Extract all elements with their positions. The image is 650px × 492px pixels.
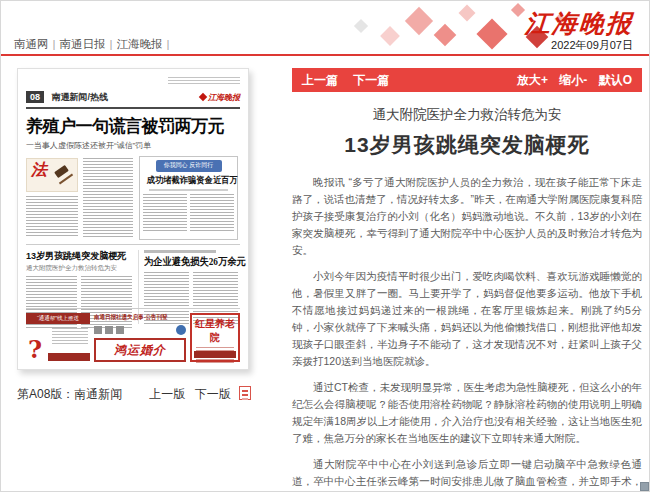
law-gavel-image: 法 <box>26 158 78 192</box>
thumb-lead-subhead: 一当事人虚假陈述还被开“诚信”罚单 <box>26 140 240 151</box>
thumb-top-band: 法 你我同心 反诈同行 成功堵截诈骗资金近百万 <box>26 156 240 240</box>
fake-text-line <box>144 250 216 253</box>
masthead-logo: 江海晚报 <box>524 7 634 40</box>
thumb-boxed-article: 你我同心 反诈同行 成功堵截诈骗资金近百万 <box>139 156 238 240</box>
nav-link-nantongribao[interactable]: 南通日报 <box>60 38 106 50</box>
anti-fraud-badge: 你我同心 反诈同行 <box>156 160 222 172</box>
site-header: 南通网|南通日报|江海晚报| 江海晚报 2022年09月07日 <box>1 1 649 56</box>
scroll-corner-widget[interactable] <box>640 482 649 491</box>
fake-text-columns <box>143 194 234 232</box>
fake-text-line <box>149 189 228 191</box>
next-page-link[interactable]: 下一版 <box>195 387 231 401</box>
prev-page-link[interactable]: 上一版 <box>149 387 185 401</box>
nav-separator: | <box>53 38 56 50</box>
article-paragraph: 通大附院卒中中心在小刘送到急诊后立即一键启动脑卒中急救绿色通道，卒中中心主任张云… <box>292 456 642 492</box>
article-paragraph: 小刘今年因为疫情平时很少出门，爱吃肉喝饮料、喜欢玩游戏睡懒觉的他，暑假里又胖了一… <box>292 268 642 370</box>
fake-text-column <box>26 196 78 238</box>
badge-logo-icon <box>176 325 186 335</box>
decoration-square <box>511 3 525 17</box>
sidebar: 08 南通新闻/热线 江海晚报 养殖户一句谎言被罚两万元 一当事人虚假陈述还被开… <box>17 68 251 403</box>
qr-code-icon <box>94 326 102 334</box>
thumb-fine-print <box>168 77 240 84</box>
newspaper-page-thumbnail[interactable]: 08 南通新闻/热线 江海晚报 养殖户一句谎言被罚两万元 一当事人虚假陈述还被开… <box>17 68 249 370</box>
prev-article-link[interactable]: 上一篇 <box>302 73 338 87</box>
fake-text-column <box>190 194 234 232</box>
nav-separator: | <box>110 38 113 50</box>
ad-hongyun-title: 鸿运婚介 <box>114 342 166 359</box>
page: 南通网|南通日报|江海晚报| 江海晚报 2022年09月07日 08 南通新闻/… <box>0 0 650 492</box>
qr-code-icon <box>105 326 113 334</box>
thumb-section-label: 南通新闻/热线 <box>51 92 108 102</box>
ad-tongtongbang-title: “通通帮”线上推送 <box>26 313 90 324</box>
ad-tongtongbang: “通通帮”线上推送 ? <box>26 313 90 362</box>
decoration-square <box>405 7 433 35</box>
ad-notice: 南通日报社遗失启事·公告刊登 <box>94 313 186 335</box>
decoration-square <box>459 5 476 22</box>
masthead-flag-icon <box>199 93 207 101</box>
thumb-article3-title: 为企业避免损失26万余元 <box>144 255 227 269</box>
thumb-article2-title: 13岁男孩跳绳突发脑梗死 <box>26 250 127 263</box>
nav-separator: | <box>167 38 170 50</box>
ad-hongyun: 鸿运婚介 <box>94 338 186 362</box>
fake-text-column <box>52 328 88 346</box>
article-paragraph: 晚报讯 “多亏了通大附院医护人员的全力救治，现在孩子能正常下床走路了，说话也清楚… <box>292 174 642 259</box>
page-pager: 上一版 下一版 <box>143 386 251 403</box>
article-subtitle: 通大附院医护全力救治转危为安 <box>292 106 642 124</box>
decoration-square <box>354 19 368 33</box>
thumb-page-header: 08 南通新闻/热线 江海晚报 <box>26 77 240 109</box>
ad-middle-column: 南通日报社遗失启事·公告刊登 鸿运婚介 <box>94 313 186 362</box>
article-panel: 上一篇 下一篇 放大+ 缩小- 默认O 通大附院医护全力救治转危为安 13岁男孩… <box>292 68 642 492</box>
decoration-square <box>380 26 400 46</box>
qr-code-row <box>94 325 186 335</box>
question-mark-graphic: ? <box>28 338 42 362</box>
law-character: 法 <box>31 160 47 181</box>
article-body: 晚报讯 “多亏了通大附院医护人员的全力救治，现在孩子能正常下床走路了，说话也清楚… <box>292 174 642 492</box>
fake-text-column <box>83 158 133 238</box>
thumb-lead-headline: 养殖户一句谎言被罚两万元 <box>26 114 234 138</box>
ad-notice-title: 南通日报社遗失启事·公告刊登 <box>94 313 179 322</box>
zoom-in-link[interactable]: 放大+ <box>517 73 548 87</box>
article-nav-links: 上一篇 下一篇 <box>302 72 401 89</box>
issue-date: 2022年09月07日 <box>551 38 633 53</box>
article-title: 13岁男孩跳绳突发脑梗死 <box>292 131 642 159</box>
font-size-controls: 放大+ 缩小- 默认O <box>509 72 632 89</box>
article-paragraph: 通过CT检查，未发现明显异常，医生考虑为急性脑梗死，但这么小的年纪怎么会得脑梗呢… <box>292 379 642 447</box>
thumb-ads-strip: “通通帮”线上推送 ? 南通日报社遗失启事·公告刊登 <box>26 308 240 362</box>
thumb-box-article-title: 成功堵截诈骗资金近百万 <box>147 174 231 187</box>
thumb-article2-subtitle: 通大附院医护全力救治转危为安 <box>26 264 132 273</box>
ad-red-strip <box>48 353 90 361</box>
thumb-page-number: 08 <box>26 91 44 103</box>
qr-code-icon <box>116 326 124 334</box>
sidebar-footer: 第A08版：南通新闻 上一版 下一版 <box>17 386 251 403</box>
default-size-link[interactable]: 默认O <box>599 73 632 87</box>
ad-red-strip <box>194 351 236 358</box>
decoration-square <box>434 24 457 47</box>
thumb-masthead: 江海晚报 <box>208 93 240 102</box>
ad-hongxing-title: 红星养老院 <box>194 317 236 345</box>
ad-hongxing: 红星养老院 <box>190 313 240 362</box>
nav-link-jianghaiwanbao[interactable]: 江海晚报 <box>117 38 163 50</box>
breadcrumb-nav: 南通网|南通日报|江海晚报| <box>14 37 174 52</box>
zoom-out-link[interactable]: 缩小- <box>559 73 587 87</box>
thumb-page-header-left: 08 南通新闻/热线 <box>26 86 108 104</box>
thumb-page-header-right: 江海晚报 <box>168 77 240 104</box>
pdf-icon[interactable] <box>239 386 251 400</box>
nav-link-nantongwang[interactable]: 南通网 <box>14 38 49 50</box>
next-article-link[interactable]: 下一篇 <box>353 73 389 87</box>
page-label: 第A08版：南通新闻 <box>17 386 122 403</box>
decoration-square <box>476 18 507 49</box>
fake-text-column <box>143 194 187 232</box>
article-toolbar: 上一篇 下一篇 放大+ 缩小- 默认O <box>292 68 642 92</box>
